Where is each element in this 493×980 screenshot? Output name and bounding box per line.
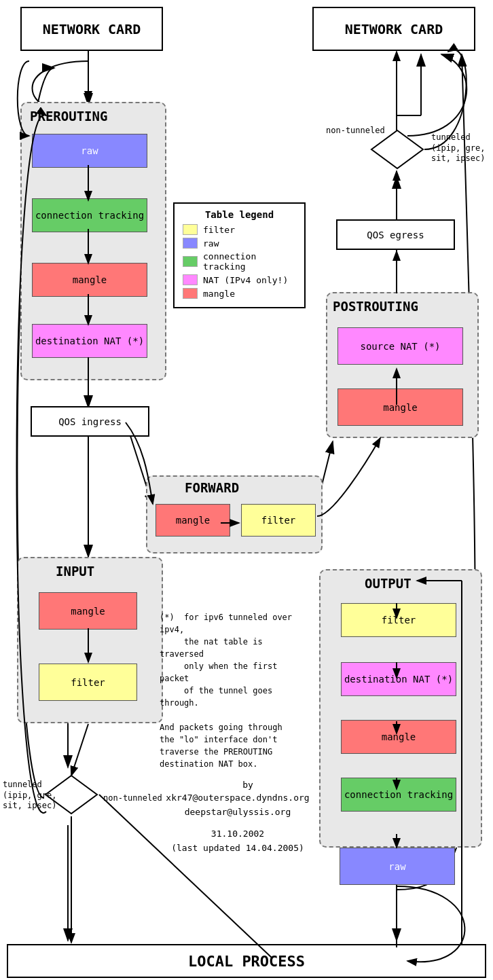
forward-chain: FORWARD mangle filter (146, 475, 323, 553)
postrouting-chain: POSTROUTING source NAT (*) mangle (326, 292, 479, 438)
non-tunneled-top-label: non-tunneled (326, 126, 385, 135)
diamond-top-right (370, 129, 424, 170)
legend-conntrack-label: connection tracking (203, 251, 296, 272)
filter-out-label: filter (382, 615, 416, 625)
legend-filter-label: filter (203, 225, 235, 235)
footnote-note: (*) for ipv6 tunneled over ipv4, the nat… (160, 611, 302, 770)
network-card-right-label: NETWORK CARD (345, 21, 443, 37)
conn-track-pre-label: connection tracking (35, 210, 144, 221)
local-process-box: LOCAL PROCESS (7, 944, 486, 978)
filter-fwd-label: filter (261, 515, 296, 526)
dest-nat-out-label: destination NAT (*) (344, 674, 453, 685)
mangle-fwd-label: mangle (176, 515, 211, 526)
diagram: NETWORK CARD NETWORK CARD PREROUTING raw… (0, 0, 493, 980)
mangle-fwd-box: mangle (156, 504, 230, 537)
mangle-out-label: mangle (382, 731, 416, 742)
qos-egress-label: QOS egress (367, 230, 424, 240)
filter-fwd-box: filter (241, 504, 316, 537)
conn-track-out-box: connection tracking (341, 778, 456, 812)
footnote-authors: xkr47@outerspace.dyndns.orgdeepstar@ulys… (163, 791, 312, 820)
raw-out-box2: raw (340, 848, 455, 885)
dest-nat-pre-box: destination NAT (*) (32, 324, 147, 358)
raw-pre-label: raw (81, 145, 98, 156)
mangle-pre-box: mangle (32, 263, 147, 297)
legend-filter: filter (183, 224, 296, 235)
footnote-by: by (190, 780, 306, 790)
source-nat-post-label: source NAT (*) (360, 341, 440, 352)
legend-box: Table legend filter raw connection track… (173, 202, 306, 308)
legend-mangle-color (183, 288, 198, 299)
legend-nat-label: NAT (IPv4 only!) (203, 275, 288, 285)
dest-nat-out-box: destination NAT (*) (341, 662, 456, 696)
legend-nat: NAT (IPv4 only!) (183, 274, 296, 285)
forward-label: FORWARD (185, 480, 239, 495)
conn-track-pre-box: connection tracking (32, 198, 147, 232)
legend-raw-label: raw (203, 238, 219, 249)
legend-title: Table legend (183, 209, 296, 220)
prerouting-chain: PREROUTING raw connection tracking mangl… (20, 102, 166, 380)
tunneled-bottom-label: tunneled(ipip, gre,sit, ipsec) (3, 780, 56, 812)
conn-track-out-label: connection tracking (344, 789, 453, 800)
mangle-pre-label: mangle (73, 274, 107, 285)
mangle-post-box: mangle (337, 388, 463, 426)
mangle-post-label: mangle (383, 402, 418, 413)
raw-pre-box: raw (32, 134, 147, 168)
dest-nat-pre-label: destination NAT (*) (35, 335, 144, 346)
input-chain: INPUT mangle filter (17, 557, 163, 723)
legend-filter-color (183, 224, 198, 235)
legend-mangle: mangle (183, 288, 296, 299)
prerouting-label: PREROUTING (30, 109, 107, 124)
legend-conntrack-color (183, 256, 198, 267)
network-card-left-label: NETWORK CARD (43, 21, 141, 37)
tunneled-top-label: tunneled(ipip, gre,sit, ipsec) (431, 132, 485, 164)
footnote-date: 31.10.2002(last updated 14.04.2005) (163, 827, 312, 856)
mangle-out-box: mangle (341, 720, 456, 754)
svg-marker-26 (371, 130, 423, 168)
postrouting-label: POSTROUTING (333, 299, 418, 314)
network-card-left: NETWORK CARD (20, 7, 163, 51)
qos-ingress-label: QOS ingress (58, 416, 122, 427)
input-label: INPUT (56, 564, 94, 579)
legend-raw-color (183, 238, 198, 249)
qos-ingress-box: QOS ingress (31, 406, 149, 437)
output-label: OUTPUT (365, 576, 412, 591)
local-process-label: LOCAL PROCESS (188, 953, 305, 970)
raw-out-label: raw (388, 861, 405, 872)
qos-egress-box: QOS egress (336, 219, 455, 250)
output-chain: OUTPUT filter destination NAT (*) mangle… (319, 569, 482, 848)
filter-in-box: filter (39, 664, 137, 701)
filter-out-box: filter (341, 603, 456, 637)
legend-raw: raw (183, 238, 296, 249)
legend-mangle-label: mangle (203, 289, 235, 299)
mangle-in-box: mangle (39, 592, 137, 630)
legend-nat-color (183, 274, 198, 285)
mangle-in-label: mangle (71, 606, 105, 617)
source-nat-post-box: source NAT (*) (337, 327, 463, 365)
filter-in-label: filter (71, 677, 105, 688)
non-tunneled-bottom-label: non-tunneled (103, 793, 162, 803)
legend-conntrack: connection tracking (183, 251, 296, 272)
svg-line-36 (71, 724, 88, 776)
network-card-right: NETWORK CARD (312, 7, 475, 51)
